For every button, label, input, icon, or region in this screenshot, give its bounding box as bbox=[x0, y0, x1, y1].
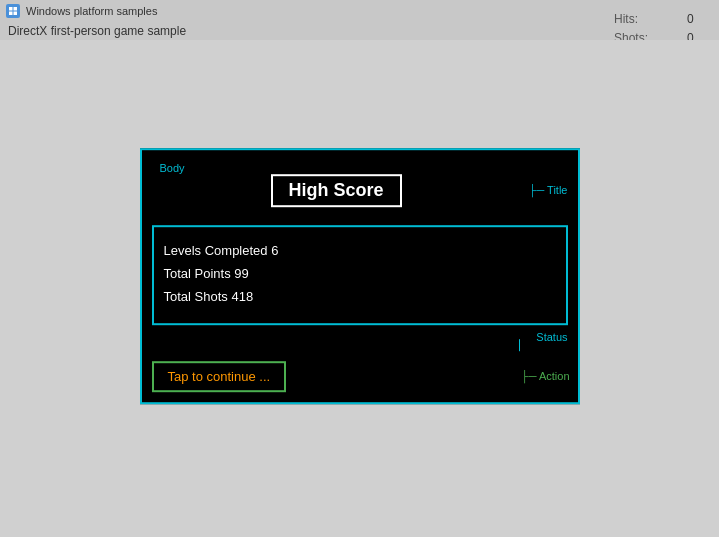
dialog-body-wrapper: Levels Completed 6 Total Points 99 Total… bbox=[152, 225, 568, 325]
svg-rect-2 bbox=[14, 7, 18, 11]
window-title: Windows platform samples bbox=[26, 5, 157, 17]
app-subtitle: DirectX first-person game sample bbox=[0, 22, 719, 40]
hits-row: Hits: 0 bbox=[614, 10, 707, 29]
body-label-hint: Body bbox=[160, 162, 185, 174]
dialog-status-wrapper: Status bbox=[152, 331, 568, 351]
dialog-title-row: Body High Score Title bbox=[152, 160, 568, 207]
hits-label: Hits: bbox=[614, 10, 638, 29]
svg-rect-4 bbox=[14, 12, 18, 16]
dialog-title: High Score bbox=[271, 174, 402, 207]
status-hint: Status bbox=[536, 331, 567, 343]
body-line-3: Total Shots 418 bbox=[164, 285, 556, 308]
body-line-2: Total Points 99 bbox=[164, 262, 556, 285]
tap-to-continue-button[interactable]: Tap to continue ... bbox=[152, 361, 287, 392]
body-line-1: Levels Completed 6 bbox=[164, 239, 556, 262]
title-bar: Windows platform samples bbox=[0, 0, 719, 22]
high-score-dialog: Body High Score Title Levels Completed 6… bbox=[140, 148, 580, 404]
dialog-action-wrapper: Tap to continue ... Action bbox=[152, 361, 568, 392]
hits-value: 0 bbox=[687, 10, 707, 29]
title-hint: Title bbox=[529, 184, 568, 196]
app-icon bbox=[6, 4, 20, 18]
dialog-outer-box: Body High Score Title Levels Completed 6… bbox=[140, 148, 580, 404]
svg-rect-1 bbox=[9, 7, 13, 11]
dialog-body: Levels Completed 6 Total Points 99 Total… bbox=[152, 225, 568, 325]
action-hint: Action bbox=[521, 370, 570, 382]
status-line bbox=[519, 339, 520, 351]
game-area: Body High Score Title Levels Completed 6… bbox=[0, 40, 719, 537]
svg-rect-3 bbox=[9, 12, 13, 16]
